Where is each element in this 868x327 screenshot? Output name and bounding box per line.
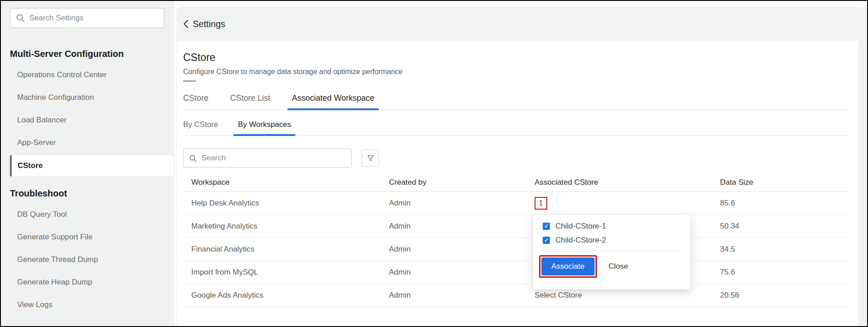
subtab-by-workspaces[interactable]: By Workspaces [233,120,295,135]
tab-cstore-list[interactable]: CStore List [226,93,275,110]
filter-funnel-icon [367,154,374,162]
cell-created-by: Admin [381,268,526,277]
search-icon [16,14,25,23]
app-window: Multi-Server Configuration Operations Co… [0,0,868,327]
sidebar-item-db-query-tool[interactable]: DB Query Tool [10,203,174,226]
table-search-input[interactable] [202,154,346,163]
chevron-left-icon [183,19,189,28]
cell-workspace: Help Desk Analytics [183,199,381,208]
cell-data-size: 20.56 [712,291,848,300]
popup-option-label: Child-CStore-1 [555,222,606,231]
cell-data-size: 85.6 [712,199,848,208]
panel-body: CStore Configure CStore to manage data s… [177,41,858,326]
cell-data-size: 34.5 [712,245,848,254]
table-search[interactable] [183,149,352,168]
select-cstore-dropdown[interactable]: Select CStore [526,291,712,300]
table-row: Help Desk Analytics Admin 1 85.6 [183,192,848,215]
settings-panel: Settings CStore Configure CStore to mana… [177,7,858,326]
cell-data-size: 50.34 [712,222,848,231]
sidebar-item-load-balancer[interactable]: Load Balancer [10,109,174,131]
sidebar-section-title: Multi-Server Configuration [10,49,174,59]
subtab-bar: By CStore By Workspaces [183,120,848,136]
filter-button[interactable] [362,149,379,167]
sidebar-item-generate-thread-dump[interactable]: Generate Thread Dump [10,248,174,271]
cell-created-by: Admin [381,222,526,231]
col-header-workspace: Workspace [183,178,381,187]
popup-option-child-cstore-1[interactable]: ✓ Child-CStore-1 [543,222,691,231]
subtab-by-cstore[interactable]: By CStore [179,120,222,135]
sidebar-item-app-server[interactable]: App-Server [10,131,174,154]
checkbox-checked-icon[interactable]: ✓ [543,223,550,230]
cell-workspace: Financial Analytics [183,245,381,254]
search-icon [189,154,197,163]
sidebar-item-label: CStore [12,161,43,170]
right-gutter [858,7,867,326]
associate-cstore-popup: ✓ Child-CStore-1 ✓ Child-CStore-2 Associ… [533,215,691,290]
page-subtitle: Configure CStore to manage data storage … [183,68,858,76]
cell-workspace: Google Ads Analytics [183,291,381,300]
annotation-highlight-box: Associate [539,255,597,278]
cell-workspace: Marketing Analytics [183,222,381,231]
sidebar-search-input[interactable] [29,14,158,23]
cell-associated-cstore: 1 [526,197,712,210]
popup-option-child-cstore-2[interactable]: ✓ Child-CStore-2 [543,236,691,245]
sidebar-item-operations-control-center[interactable]: Operations Control Center [10,64,174,86]
associated-cstore-count-badge[interactable]: 1 [535,197,547,210]
sidebar-section-title: Troubleshoot [10,188,174,199]
col-header-associated-cstore: Associated CStore [526,178,712,187]
sidebar-item-cstore[interactable]: CStore [10,155,174,177]
header-title[interactable]: Settings [193,19,225,29]
table-row: Financial Analytics Admin 34.5 [183,238,848,261]
tab-bar: CStore CStore List Associated Workspace [183,93,848,110]
popup-actions: Associate Close [539,255,691,278]
associate-button[interactable]: Associate [541,257,595,276]
table-row: Marketing Analytics Admin 50.34 [183,215,848,238]
popup-divider [543,251,681,251]
checkbox-checked-icon[interactable]: ✓ [543,237,550,244]
tab-cstore[interactable]: CStore [179,93,213,110]
col-header-data-size: Data Size [712,178,848,187]
cell-workspace: Import from MySQL [183,268,381,277]
cell-data-size: 75.6 [712,268,848,277]
workspaces-table: Workspace Created by Associated CStore D… [183,173,848,307]
table-row: Import from MySQL Admin 75.6 [183,261,848,284]
page-title: CStore [183,51,858,64]
tab-associated-workspace[interactable]: Associated Workspace [287,93,379,110]
cell-created-by: Admin [381,199,526,208]
popup-option-label: Child-CStore-2 [555,236,606,245]
table-row: Google Ads Analytics Admin Select CStore… [183,284,848,307]
table-header-row: Workspace Created by Associated CStore D… [183,173,848,192]
sidebar-item-generate-heap-dump[interactable]: Generate Heap Dump [10,271,174,294]
back-button[interactable] [183,19,189,28]
cell-created-by: Admin [381,245,526,254]
sidebar-search[interactable] [10,8,164,28]
col-header-created-by: Created by [381,178,526,187]
main-area: Settings CStore Configure CStore to mana… [174,1,858,326]
table-toolbar [183,149,858,168]
sidebar-item-machine-configuration[interactable]: Machine Configuration [10,86,174,109]
sidebar-item-view-logs[interactable]: View Logs [10,294,174,316]
cell-created-by: Admin [381,291,526,300]
panel-header: Settings [177,7,858,41]
close-button[interactable]: Close [609,262,628,271]
sidebar-item-generate-support-file[interactable]: Generate Support File [10,226,174,248]
settings-sidebar: Multi-Server Configuration Operations Co… [1,1,174,326]
subtitle-rule [183,80,196,82]
